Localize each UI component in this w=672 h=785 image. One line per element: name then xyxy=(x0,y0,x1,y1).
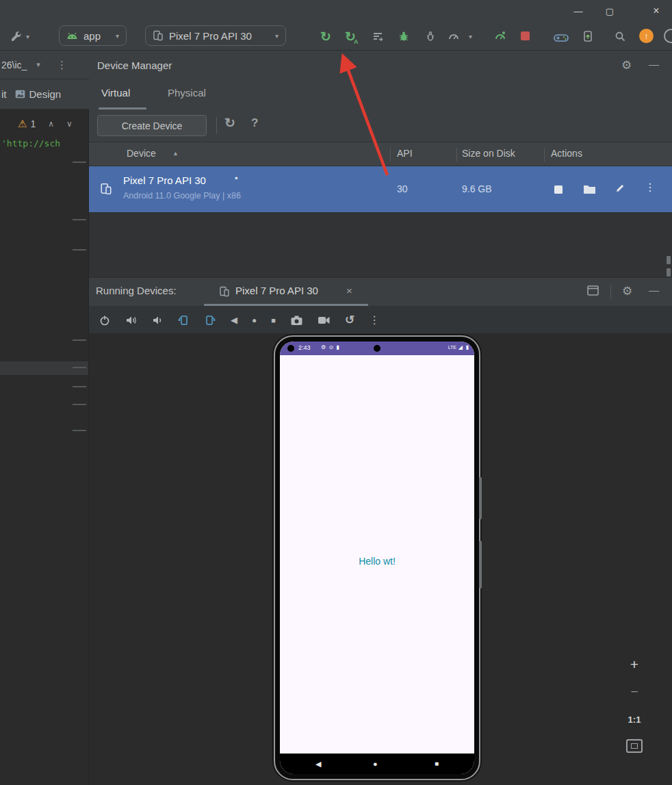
emulator-controls: ◀ ● ■ ↺ ⋮ xyxy=(89,306,672,334)
signal-icon: ◢ xyxy=(458,344,463,350)
column-api[interactable]: API xyxy=(397,148,413,159)
zoom-out-button[interactable]: − xyxy=(625,683,643,701)
profile-debuggable-icon[interactable] xyxy=(490,26,511,47)
window-controls: — ▢ × xyxy=(563,0,672,22)
run-configuration-select[interactable]: app ▾ xyxy=(59,25,127,46)
nav-home-icon[interactable]: ● xyxy=(373,760,378,768)
next-warning-icon[interactable]: ∨ xyxy=(66,119,73,129)
zoom-fit-icon[interactable] xyxy=(626,739,643,753)
device-table-empty-area xyxy=(89,212,672,277)
gear-icon[interactable]: ⚙ xyxy=(622,284,632,298)
tab-physical[interactable]: Physical xyxy=(168,87,206,99)
device-icon xyxy=(153,30,164,41)
column-separator xyxy=(390,148,391,162)
tab-virtual[interactable]: Virtual xyxy=(101,87,130,99)
power-icon[interactable] xyxy=(99,314,111,326)
running-devices-label: Running Devices: xyxy=(96,285,177,296)
editor-fold-mark xyxy=(73,430,86,431)
refresh-icon[interactable]: ↻ xyxy=(224,115,235,131)
stop-device-icon[interactable] xyxy=(554,185,563,194)
chevron-down-icon[interactable]: ▾ xyxy=(36,60,40,69)
snapshot-restore-icon[interactable]: ↺ xyxy=(345,313,354,327)
phone-camera-cutout xyxy=(287,345,294,352)
tool-window-stripe-icon[interactable] xyxy=(667,268,671,276)
editor-fold-mark xyxy=(73,219,86,220)
sort-ascending-icon[interactable]: ▲ xyxy=(172,150,179,157)
device-api-level: 30 xyxy=(397,183,408,194)
kebab-menu-icon[interactable]: ⋮ xyxy=(645,181,656,194)
column-actions[interactable]: Actions xyxy=(551,148,582,159)
mirror-device-icon[interactable] xyxy=(578,26,598,47)
create-device-button[interactable]: Create Device xyxy=(97,115,207,136)
emulator-phone-frame: 2:43 ⚙ ⊙ ▮ LTE ◢ ▮ Hello wt! ◀ ● ■ xyxy=(274,335,480,780)
window-close-button[interactable]: × xyxy=(641,0,672,22)
running-device-tab[interactable]: Pixel 7 Pro API 30 xyxy=(235,285,318,296)
hide-panel-icon[interactable]: — xyxy=(649,58,659,70)
apply-changes-icon[interactable]: ↻ xyxy=(315,26,336,47)
profiler-gauge-icon[interactable] xyxy=(443,26,464,47)
main-toolbar: ▾ app ▾ Pixel 7 Pro API 30 ▾ ↻ ↻ A xyxy=(0,22,672,51)
folder-icon[interactable] xyxy=(583,184,596,194)
breadcrumb[interactable]: 26\ic_ xyxy=(1,60,27,70)
overview-icon[interactable]: ■ xyxy=(271,316,276,324)
device-subtitle: Android 11.0 Google Play | x86 xyxy=(123,191,241,201)
window-minimize-button[interactable]: — xyxy=(563,0,594,22)
gamepad-icon[interactable] xyxy=(551,27,571,48)
code-line[interactable]: 'http://sch xyxy=(0,136,89,151)
rotate-left-icon[interactable] xyxy=(177,314,190,326)
close-tab-icon[interactable]: × xyxy=(346,285,352,296)
chevron-down-icon[interactable]: ▾ xyxy=(469,33,472,40)
screenshot-camera-icon[interactable] xyxy=(290,315,303,326)
previous-warning-icon[interactable]: ∧ xyxy=(48,119,54,129)
app-hello-text: Hello wt! xyxy=(280,556,474,567)
stop-button-icon[interactable] xyxy=(521,31,530,40)
profiler-icon[interactable] xyxy=(367,26,388,47)
volume-up-icon[interactable] xyxy=(125,315,138,326)
rotate-right-icon[interactable] xyxy=(204,314,216,326)
wrench-icon[interactable] xyxy=(5,26,26,47)
debug-bug-icon[interactable] xyxy=(393,26,414,47)
device-icon xyxy=(219,286,230,297)
back-icon[interactable]: ◀ xyxy=(231,315,237,325)
home-icon[interactable]: ● xyxy=(252,316,257,325)
phone-status-bar: 2:43 ⚙ ⊙ ▮ LTE ◢ ▮ xyxy=(280,342,474,355)
toolbar-separator xyxy=(216,117,217,134)
emulator-screen[interactable]: 2:43 ⚙ ⊙ ▮ LTE ◢ ▮ Hello wt! ◀ ● ■ xyxy=(280,342,474,774)
kebab-menu-icon[interactable]: ⋮ xyxy=(369,313,380,326)
device-row-selected[interactable]: Pixel 7 Pro API 30 • Android 11.0 Google… xyxy=(89,166,672,212)
window-mode-icon[interactable] xyxy=(587,285,599,296)
chevron-down-icon[interactable]: ▾ xyxy=(26,33,29,40)
window-maximize-button[interactable]: ▢ xyxy=(594,0,625,22)
kebab-menu-icon[interactable]: ⋮ xyxy=(57,59,67,71)
edit-pencil-icon[interactable] xyxy=(615,183,625,194)
attach-debugger-icon[interactable] xyxy=(420,26,441,47)
tab-design[interactable]: Design xyxy=(29,88,62,100)
column-size[interactable]: Size on Disk xyxy=(462,148,515,159)
hide-panel-icon[interactable]: — xyxy=(649,284,659,296)
device-manager-panel: Device Manager ⚙ — Virtual Physical Crea… xyxy=(89,51,672,277)
design-tab-icon xyxy=(15,90,25,99)
warning-icon[interactable]: ⚠ xyxy=(18,118,27,130)
search-icon[interactable] xyxy=(610,26,630,47)
zoom-in-button[interactable]: + xyxy=(625,656,643,673)
editor-breadcrumb-row: 26\ic_ ▾ ⋮ xyxy=(0,51,89,79)
chevron-down-icon: ▾ xyxy=(116,32,119,40)
status-time: 2:43 xyxy=(298,344,311,351)
volume-down-icon[interactable] xyxy=(152,315,163,326)
column-separator xyxy=(544,148,545,162)
nav-overview-icon[interactable]: ■ xyxy=(435,760,439,767)
phone-nav-bar: ◀ ● ■ xyxy=(280,754,474,774)
tab-split-partial[interactable]: it xyxy=(1,88,7,100)
create-device-label: Create Device xyxy=(122,120,183,131)
help-icon[interactable]: ? xyxy=(251,116,258,130)
update-available-icon[interactable]: ↑ xyxy=(639,29,654,43)
screen-record-icon[interactable] xyxy=(318,316,331,325)
zoom-reset-button[interactable]: 1:1 xyxy=(623,712,645,727)
tool-window-stripe-icon[interactable] xyxy=(667,256,671,264)
target-device-select[interactable]: Pixel 7 Pro API 30 ▾ xyxy=(145,25,286,46)
gear-icon[interactable]: ⚙ xyxy=(621,58,632,73)
column-device[interactable]: Device xyxy=(127,148,156,159)
avatar-icon[interactable] xyxy=(664,29,672,43)
nav-back-icon[interactable]: ◀ xyxy=(315,760,321,769)
editor-current-line-highlight xyxy=(0,361,88,375)
